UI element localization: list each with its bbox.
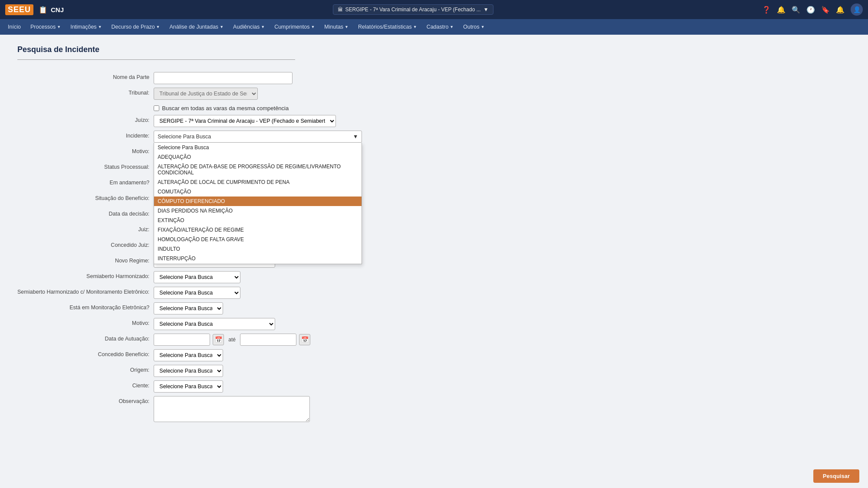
dropdown-item[interactable]: COMUTAÇÃO [154,187,362,197]
semiaberto-mon-select[interactable]: Selecione Para Busca [154,287,240,299]
incidente-dropdown-container: Selecione Para Busca ▼ Selecione Para Bu… [154,131,362,143]
data-autuacao-label: Data de Autuação: [17,334,154,346]
buscar-todas-label: Buscar em todas as varas da mesma compet… [162,105,289,111]
help-icon[interactable]: ❓ [762,6,771,14]
top-bar: SEEU 📋 CNJ 🏛 SERGIPE - 7ª Vara Criminal … [0,0,868,19]
motivo-label: Motivo: [17,146,154,158]
menu-cadastro[interactable]: Cadastro ▼ [422,21,458,33]
motivo2-select[interactable]: Selecione Para Busca [154,318,275,330]
building-icon: 🏛 [338,7,343,13]
data-autuacao-from-input[interactable] [154,334,210,346]
concedido-beneficio-label: Concedido Benefício: [17,349,154,361]
chevron-down-icon: ▼ [261,25,265,29]
observacao-label: Observação: [17,396,154,423]
top-bar-right: ❓ 🔔 🔍 🕐 🔖 🔔 👤 [762,3,863,16]
court-dropdown-arrow: ▼ [483,7,489,13]
ciente-select[interactable]: Selecione Para Busca [154,380,223,393]
juizo-select[interactable]: SERGIPE - 7ª Vara Criminal de Aracaju - … [154,115,336,127]
calendar-autuacao-to-button[interactable]: 📅 [299,334,310,345]
concedido-beneficio-select[interactable]: Selecione Para Busca [154,349,223,361]
semiaberto-select[interactable]: Selecione Para Busca [154,271,240,283]
observacao-textarea[interactable] [154,396,310,422]
chevron-down-icon: ▼ [57,25,61,29]
origem-select[interactable]: Selecione Para Busca [154,365,223,377]
dropdown-item[interactable]: DIAS PERDIDOS NA REMIÇÃO [154,206,362,216]
menu-cumprimentos[interactable]: Cumprimentos ▼ [270,21,319,33]
situacao-beneficio-label: Situação do Benefício: [17,193,154,205]
data-autuacao-to-input[interactable] [240,334,296,346]
menu-inicio[interactable]: Início [3,21,25,33]
menu-intimacoes[interactable]: Intimações ▼ [66,21,106,33]
ciente-label: Ciente: [17,380,154,393]
chevron-down-icon: ▼ [450,25,454,29]
tribunal-select[interactable]: Tribunal de Justiça do Estado de Sergipe [154,88,258,100]
status-processual-label: Status Processual: [17,162,154,174]
cnj-logo: CNJ [51,6,64,13]
data-autuacao-row: 📅 até 📅 [154,334,408,346]
menu-outros[interactable]: Outros ▼ [459,21,489,33]
chevron-down-icon: ▼ [220,25,224,29]
chevron-down-icon: ▼ [345,25,349,29]
alert-icon[interactable]: 🔔 [836,6,845,14]
monitoracao-select[interactable]: Selecione Para Busca [154,302,223,314]
tribunal-label: Tribunal: [17,88,154,100]
dropdown-item[interactable]: ALTERAÇÃO DE LOCAL DE CUMPRIMENTO DE PEN… [154,177,362,187]
chevron-down-icon: ▼ [311,25,315,29]
dropdown-item[interactable]: INDULTO [154,244,362,254]
dropdown-item[interactable]: INÍCIO/TÉRMINO MEDIDA DE SEGURANÇA [154,263,362,264]
menu-decurso[interactable]: Decurso de Prazo ▼ [107,21,164,33]
nome-parte-input[interactable] [154,72,293,84]
search-form: Nome da Parte Tribunal: Tribunal de Just… [17,69,408,427]
chevron-down-icon: ▼ [98,25,102,29]
chevron-down-icon: ▼ [156,25,160,29]
monitoracao-label: Está em Monitoração Eletrônica? [17,302,154,314]
court-selector[interactable]: 🏛 SERGIPE - 7ª Vara Criminal de Aracaju … [333,4,493,15]
em-andamento-label: Em andamento? [17,177,154,190]
incidente-select-trigger[interactable]: Selecione Para Busca ▼ [154,131,362,143]
top-bar-center: 🏛 SERGIPE - 7ª Vara Criminal de Aracaju … [69,4,757,15]
chevron-down-icon: ▼ [413,25,417,29]
dropdown-item[interactable]: INTERRUPÇÃO [154,254,362,263]
incidente-label: Incidente: [17,131,154,143]
notifications-icon[interactable]: 🔔 [777,6,786,14]
page-title: Pesquisa de Incidente [17,45,851,54]
incidente-dropdown-list: Selecione Para BuscaADEQUAÇÃOALTERAÇÃO D… [154,143,362,264]
dropdown-item[interactable]: ALTERAÇÃO DE DATA-BASE DE PROGRESSÃO DE … [154,162,362,177]
calendar-autuacao-from-button[interactable]: 📅 [213,334,224,345]
novo-regime-label: Novo Regime: [17,255,154,268]
dropdown-item[interactable]: CÔMPUTO DIFERENCIADO [154,197,362,206]
origem-label: Origem: [17,365,154,377]
menu-processos[interactable]: Processos ▼ [26,21,65,33]
dropdown-item[interactable]: HOMOLOGAÇÃO DE FALTA GRAVE [154,235,362,244]
chevron-down-icon: ▼ [481,25,485,29]
data-decisao-label: Data da decisão: [17,209,154,221]
logo: SEEU [5,4,33,15]
menu-audiencias[interactable]: Audiências ▼ [229,21,269,33]
juiz-label: Juiz: [17,224,154,236]
dropdown-item[interactable]: ADEQUAÇÃO [154,152,362,162]
ate-autuacao-label: até [227,337,237,343]
dropdown-item[interactable]: FIXAÇÃO/ALTERAÇÃO DE REGIME [154,225,362,235]
buscar-todas-row: Buscar em todas as varas da mesma compet… [154,105,408,111]
semiaberto-mon-label: Semiaberto Harmonizado c/ Monitoramento … [17,287,154,299]
buscar-todas-checkbox[interactable] [154,105,159,111]
dropdown-item[interactable]: Selecione Para Busca [154,143,362,152]
juizo-label: Juízo: [17,115,154,127]
concedido-juiz-label: Concedido Juiz: [17,240,154,252]
dropdown-arrow-icon: ▼ [353,134,358,140]
menu-analise[interactable]: Análise de Juntadas ▼ [165,21,228,33]
title-divider [17,59,295,60]
avatar[interactable]: 👤 [851,3,863,16]
copy-icon[interactable]: 📋 [39,6,47,14]
incidente-selected-value: Selecione Para Busca [158,134,211,140]
menu-relatorios[interactable]: Relatórios/Estatísticas ▼ [354,21,421,33]
search-icon[interactable]: 🔍 [792,6,800,14]
motivo2-label: Motivo: [17,318,154,330]
nome-parte-label: Nome da Parte [17,72,154,84]
menu-minutas[interactable]: Minutas ▼ [320,21,353,33]
history-icon[interactable]: 🕐 [806,6,815,14]
top-bar-icons: 📋 CNJ [39,6,64,14]
dropdown-item[interactable]: EXTINÇÃO [154,216,362,225]
court-name: SERGIPE - 7ª Vara Criminal de Aracaju - … [345,7,481,13]
bookmark-icon[interactable]: 🔖 [821,6,830,14]
